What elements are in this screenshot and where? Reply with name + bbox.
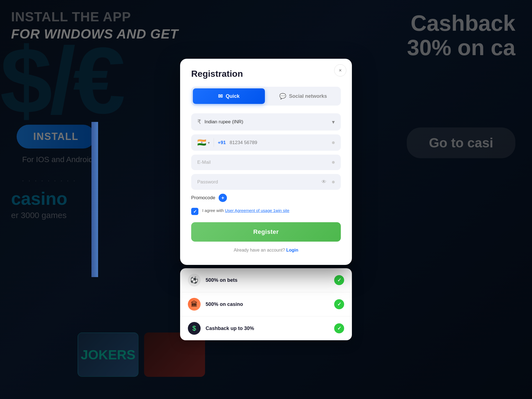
cashback-bonus-text: Cashback up to 30% (206, 326, 329, 331)
bets-icon-wrap: ⚽ (188, 274, 201, 287)
currency-chevron-icon: ▾ (332, 119, 335, 125)
agreement-row: ✓ I agree with User Agreement of usage 1… (191, 208, 341, 215)
close-button[interactable]: × (334, 64, 346, 76)
currency-field[interactable]: ₹ Indian rupee (INR) ▾ (191, 113, 341, 131)
bonus-item-bets: ⚽ 500% on bets ✓ (180, 268, 352, 292)
rupee-icon: ₹ (197, 118, 201, 126)
modal-wrapper: Registration × ✉ Quick 💬 Social networks… (180, 59, 352, 340)
flag-chevron-icon: ▾ (208, 140, 210, 145)
soccer-ball-icon: ⚽ (190, 276, 198, 284)
flag-selector[interactable]: 🇮🇳 ▾ (197, 138, 214, 147)
india-flag-icon: 🇮🇳 (197, 138, 206, 147)
phone-field[interactable]: 🇮🇳 ▾ +91 (191, 134, 341, 151)
register-button[interactable]: Register (191, 222, 341, 242)
tab-social-networks[interactable]: 💬 Social networks (267, 88, 339, 104)
phone-field-indicator (332, 141, 335, 144)
casino-bonus-text: 500% on casino (206, 301, 329, 307)
phone-input[interactable] (230, 140, 332, 145)
registration-modal: Registration × ✉ Quick 💬 Social networks… (180, 59, 352, 265)
cashback-icon-wrap: $ (188, 322, 201, 335)
bonus-item-casino: 🏛 500% on casino ✓ (180, 292, 352, 316)
bonus-item-cashback: $ Cashback up to 30% ✓ (180, 316, 352, 340)
password-input[interactable] (197, 179, 318, 185)
tabs-container: ✉ Quick 💬 Social networks (191, 87, 341, 106)
password-field-indicator (332, 181, 335, 183)
bets-bonus-text: 500% on bets (206, 277, 329, 283)
password-field-wrapper[interactable]: 👁 (191, 174, 341, 190)
bets-check-icon: ✓ (337, 277, 341, 283)
casino-check-badge: ✓ (334, 299, 344, 309)
cashback-check-icon: ✓ (337, 325, 341, 331)
currency-value: Indian rupee (INR) (204, 119, 329, 125)
email-field-indicator (332, 161, 335, 164)
login-prompt-text: Already have an account? (234, 248, 285, 252)
quick-tab-label: Quick (226, 93, 239, 99)
promocode-add-button[interactable]: + (219, 194, 227, 202)
quick-tab-icon: ✉ (218, 93, 223, 99)
cashback-dollar-icon: $ (192, 324, 196, 332)
login-row: Already have an account? Login (191, 248, 341, 253)
phone-country-code: +91 (214, 140, 230, 145)
eye-icon[interactable]: 👁 (321, 179, 326, 185)
email-field-wrapper[interactable] (191, 155, 341, 170)
agreement-checkbox[interactable]: ✓ (191, 208, 198, 215)
casino-building-icon: 🏛 (191, 300, 198, 308)
bets-check-badge: ✓ (334, 275, 344, 285)
promocode-label: Promocode (191, 195, 215, 201)
agreement-link[interactable]: User Agreement of usage 1win site (225, 208, 290, 213)
left-partial-strip (91, 122, 98, 277)
checkmark-icon: ✓ (193, 209, 197, 214)
promocode-row: Promocode + (191, 194, 341, 202)
login-link[interactable]: Login (286, 248, 298, 252)
modal-title: Registration (191, 69, 341, 79)
social-tab-label: Social networks (289, 93, 327, 99)
plus-icon: + (221, 195, 224, 201)
bonus-card: ⚽ 500% on bets ✓ 🏛 500% on casino ✓ $ Ca… (180, 268, 352, 340)
casino-check-icon: ✓ (337, 301, 341, 307)
cashback-check-badge: ✓ (334, 323, 344, 333)
tab-quick[interactable]: ✉ Quick (193, 88, 265, 104)
social-tab-icon: 💬 (279, 93, 286, 99)
casino-icon-wrap: 🏛 (188, 298, 201, 311)
email-input[interactable] (197, 160, 329, 165)
agreement-text: I agree with User Agreement of usage 1wi… (202, 208, 289, 214)
close-icon: × (339, 68, 342, 73)
